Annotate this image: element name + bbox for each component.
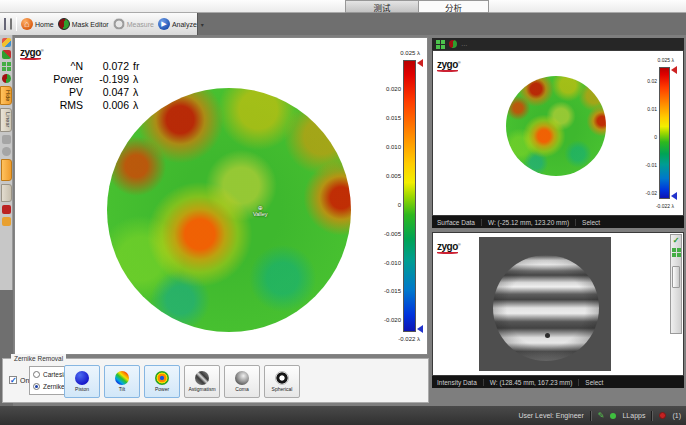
colorbar-tick: -0.01: [646, 162, 657, 168]
analyze-button[interactable]: ▶ Analyze: [158, 18, 197, 30]
sidebar-tab-results[interactable]: [1, 159, 12, 181]
surface-heightmap-small: [506, 76, 606, 176]
interferogram-fringes: [493, 255, 599, 361]
toolbar-overflow-icon[interactable]: ▾: [201, 21, 204, 28]
mask-editor-label: Mask Editor: [72, 21, 109, 28]
analyze-icon: ▶: [158, 18, 170, 30]
toolbar-grip-icon[interactable]: ⋯: [461, 41, 467, 48]
registered-mark: ®: [458, 60, 460, 65]
colorbar-upper-handle[interactable]: [417, 59, 423, 67]
colorbar-tick: -0.005: [384, 231, 401, 237]
edit-icon[interactable]: [2, 217, 11, 226]
piston-button[interactable]: Piston: [64, 365, 100, 398]
power-button[interactable]: Power: [144, 365, 180, 398]
colorbar-tick: 0: [398, 202, 401, 208]
colorbar-tick: 0.005: [386, 173, 401, 179]
mask-tool-icon[interactable]: [2, 135, 11, 144]
colorbar-lower-handle[interactable]: [417, 325, 423, 333]
stat-value: 0.072: [87, 60, 129, 73]
sphere-icon[interactable]: [2, 74, 11, 83]
left-sidebar: Hide Linear: [0, 35, 13, 406]
intensity-side-toolbar: ✓: [670, 234, 682, 334]
colorbar-tick: 0.015: [386, 115, 401, 121]
sidebar-icons: Hide Linear: [0, 35, 13, 290]
zernike-on-checkbox[interactable]: ✓ On: [9, 376, 29, 384]
sidebar-tab-linear[interactable]: Linear: [0, 108, 12, 131]
print-icon[interactable]: [10, 18, 12, 30]
script-pencil-icon[interactable]: ✎: [598, 411, 605, 420]
report-log-icon[interactable]: [2, 205, 11, 214]
surface-heightmap: [107, 88, 351, 332]
stat-unit: λ: [133, 99, 147, 112]
stat-unit: fr: [133, 60, 147, 73]
select-button[interactable]: Select: [585, 379, 609, 386]
sidebar-tab-hide[interactable]: Hide: [0, 86, 12, 105]
measure-button[interactable]: Measure: [113, 18, 154, 30]
measurement-stats: ^N 0.072 fr Power -0.199 λ PV 0.047 λ RM…: [15, 60, 147, 112]
colorbar-tick: 0: [654, 134, 657, 140]
colorbar-min-label: -0.022 λ: [398, 336, 420, 342]
mask-editor-button[interactable]: Mask Editor: [58, 18, 109, 30]
apply-check-icon[interactable]: ✓: [673, 237, 680, 245]
stat-value: 0.006: [87, 99, 129, 112]
spherical-button[interactable]: Spherical: [264, 365, 300, 398]
stat-row: PV 0.047 λ: [15, 86, 147, 99]
colorbar-tick: -0.020: [384, 317, 401, 323]
tilt-button[interactable]: Tilt: [104, 365, 140, 398]
measure-label: Measure: [127, 21, 154, 28]
tab-analysis[interactable]: 分析: [419, 0, 489, 13]
logo-swoosh: [437, 252, 458, 254]
stat-row: Power -0.199 λ: [15, 73, 147, 86]
chart-icon[interactable]: [2, 50, 11, 59]
stat-unit: λ: [133, 73, 147, 86]
colorbar-tick: 0.020: [386, 86, 401, 92]
colorbar-upper-handle[interactable]: [671, 66, 677, 74]
spherical-icon: [275, 371, 289, 385]
astigmatism-button[interactable]: Astigmatism: [184, 365, 220, 398]
registered-mark: ®: [41, 48, 43, 53]
home-label: Home: [35, 21, 54, 28]
sphere-icon[interactable]: [449, 40, 457, 48]
colorbar-lower-handle[interactable]: [671, 192, 677, 200]
select-button[interactable]: Select: [582, 219, 606, 226]
tab-test[interactable]: 测试: [345, 0, 419, 13]
radio-selected-icon: [33, 383, 40, 390]
zygo-logo-text: zygo: [437, 59, 458, 70]
palette-icon[interactable]: [2, 38, 11, 47]
colorbar-tick: -0.010: [384, 260, 401, 266]
stat-name: PV: [43, 86, 83, 99]
apps-label[interactable]: LLapps: [622, 412, 645, 419]
home-icon: ⌂: [21, 18, 33, 30]
grid-icon[interactable]: [2, 62, 6, 66]
coma-button[interactable]: Coma: [224, 365, 260, 398]
zygo-logo: zygo®: [20, 46, 43, 58]
power-icon: [155, 371, 169, 385]
top-tab-strip: 测试 分析: [0, 0, 686, 13]
stat-unit: λ: [133, 86, 147, 99]
report-icon[interactable]: [4, 18, 6, 30]
stat-name: Power: [43, 73, 83, 86]
grid-icon[interactable]: [436, 40, 440, 44]
stat-value: -0.199: [87, 73, 129, 86]
cursor-coordinates: W: (-25.12 mm, 123.20 mm): [488, 219, 576, 226]
zygo-logo: zygo®: [437, 240, 460, 252]
scrollbar-thumb[interactable]: [672, 266, 680, 288]
colorbar-max-label: 0.025 λ: [658, 57, 674, 63]
grid-icon[interactable]: [672, 248, 676, 252]
surface-data-toolbar: ⋯: [432, 38, 684, 50]
stat-row: RMS 0.006 λ: [15, 99, 147, 112]
main-colorbar: 0.025 λ -0.022 λ 0.020 0.015 0.010 0.005…: [363, 60, 416, 332]
colorbar-tick: 0.01: [647, 106, 657, 112]
error-indicator-icon[interactable]: [659, 412, 666, 419]
camera-icon[interactable]: [2, 147, 11, 156]
colorbar-min-label: -0.022 λ: [656, 203, 674, 209]
colorbar-tick: 0.010: [386, 144, 401, 150]
colorbar-tick: 0.02: [647, 78, 657, 84]
analyze-label: Analyze: [172, 21, 197, 28]
home-button[interactable]: ⌂ Home: [21, 18, 54, 30]
statusbar-separator: [590, 411, 592, 421]
power-label: Power: [155, 386, 169, 392]
registered-mark: ®: [458, 242, 460, 247]
on-label: On: [20, 377, 29, 384]
sidebar-tab-stats[interactable]: [1, 184, 12, 202]
